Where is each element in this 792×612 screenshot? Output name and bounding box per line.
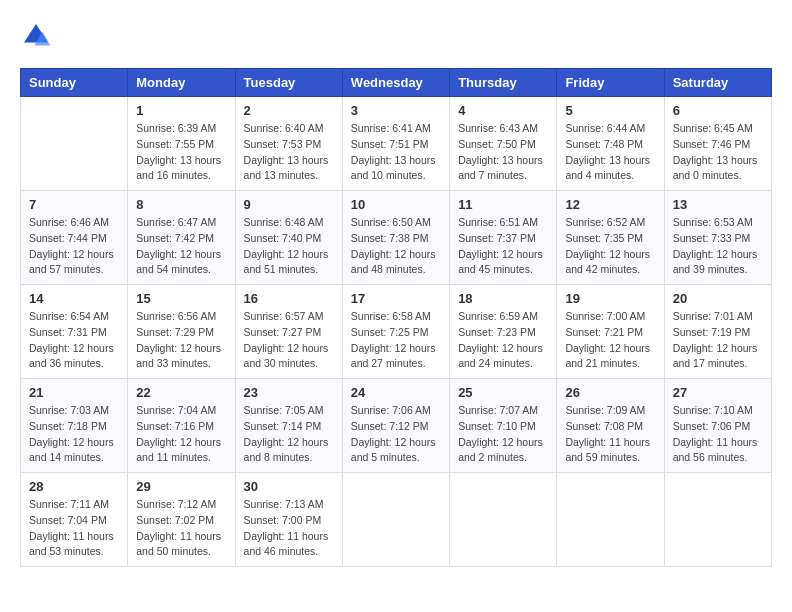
day-number: 27 (673, 385, 763, 400)
day-info: Sunrise: 6:40 AMSunset: 7:53 PMDaylight:… (244, 121, 334, 184)
day-number: 3 (351, 103, 441, 118)
page-header (20, 20, 772, 52)
day-info: Sunrise: 7:00 AMSunset: 7:21 PMDaylight:… (565, 309, 655, 372)
calendar-cell: 15Sunrise: 6:56 AMSunset: 7:29 PMDayligh… (128, 285, 235, 379)
day-info: Sunrise: 6:39 AMSunset: 7:55 PMDaylight:… (136, 121, 226, 184)
calendar-cell: 28Sunrise: 7:11 AMSunset: 7:04 PMDayligh… (21, 473, 128, 567)
day-info: Sunrise: 7:03 AMSunset: 7:18 PMDaylight:… (29, 403, 119, 466)
calendar-week-1: 1Sunrise: 6:39 AMSunset: 7:55 PMDaylight… (21, 97, 772, 191)
day-info: Sunrise: 7:12 AMSunset: 7:02 PMDaylight:… (136, 497, 226, 560)
calendar-cell: 3Sunrise: 6:41 AMSunset: 7:51 PMDaylight… (342, 97, 449, 191)
calendar-cell: 18Sunrise: 6:59 AMSunset: 7:23 PMDayligh… (450, 285, 557, 379)
day-number: 15 (136, 291, 226, 306)
day-number: 26 (565, 385, 655, 400)
calendar-cell: 4Sunrise: 6:43 AMSunset: 7:50 PMDaylight… (450, 97, 557, 191)
day-info: Sunrise: 7:04 AMSunset: 7:16 PMDaylight:… (136, 403, 226, 466)
day-number: 7 (29, 197, 119, 212)
calendar-week-4: 21Sunrise: 7:03 AMSunset: 7:18 PMDayligh… (21, 379, 772, 473)
logo-icon (20, 20, 52, 52)
day-info: Sunrise: 6:53 AMSunset: 7:33 PMDaylight:… (673, 215, 763, 278)
day-info: Sunrise: 6:52 AMSunset: 7:35 PMDaylight:… (565, 215, 655, 278)
day-number: 17 (351, 291, 441, 306)
day-info: Sunrise: 7:05 AMSunset: 7:14 PMDaylight:… (244, 403, 334, 466)
calendar-cell: 17Sunrise: 6:58 AMSunset: 7:25 PMDayligh… (342, 285, 449, 379)
calendar-cell: 1Sunrise: 6:39 AMSunset: 7:55 PMDaylight… (128, 97, 235, 191)
calendar-cell: 16Sunrise: 6:57 AMSunset: 7:27 PMDayligh… (235, 285, 342, 379)
day-number: 11 (458, 197, 548, 212)
calendar-cell: 9Sunrise: 6:48 AMSunset: 7:40 PMDaylight… (235, 191, 342, 285)
day-info: Sunrise: 6:58 AMSunset: 7:25 PMDaylight:… (351, 309, 441, 372)
day-number: 19 (565, 291, 655, 306)
calendar-cell: 19Sunrise: 7:00 AMSunset: 7:21 PMDayligh… (557, 285, 664, 379)
calendar-cell: 26Sunrise: 7:09 AMSunset: 7:08 PMDayligh… (557, 379, 664, 473)
day-number: 6 (673, 103, 763, 118)
day-number: 13 (673, 197, 763, 212)
day-info: Sunrise: 6:50 AMSunset: 7:38 PMDaylight:… (351, 215, 441, 278)
calendar-cell: 24Sunrise: 7:06 AMSunset: 7:12 PMDayligh… (342, 379, 449, 473)
calendar-cell (342, 473, 449, 567)
day-number: 20 (673, 291, 763, 306)
calendar-cell: 20Sunrise: 7:01 AMSunset: 7:19 PMDayligh… (664, 285, 771, 379)
day-info: Sunrise: 6:57 AMSunset: 7:27 PMDaylight:… (244, 309, 334, 372)
calendar-cell: 22Sunrise: 7:04 AMSunset: 7:16 PMDayligh… (128, 379, 235, 473)
calendar-cell: 8Sunrise: 6:47 AMSunset: 7:42 PMDaylight… (128, 191, 235, 285)
day-number: 5 (565, 103, 655, 118)
day-number: 23 (244, 385, 334, 400)
day-number: 28 (29, 479, 119, 494)
weekday-header-tuesday: Tuesday (235, 69, 342, 97)
day-info: Sunrise: 6:44 AMSunset: 7:48 PMDaylight:… (565, 121, 655, 184)
day-number: 22 (136, 385, 226, 400)
calendar-cell (450, 473, 557, 567)
calendar-cell: 25Sunrise: 7:07 AMSunset: 7:10 PMDayligh… (450, 379, 557, 473)
day-info: Sunrise: 7:11 AMSunset: 7:04 PMDaylight:… (29, 497, 119, 560)
day-number: 14 (29, 291, 119, 306)
calendar-cell: 12Sunrise: 6:52 AMSunset: 7:35 PMDayligh… (557, 191, 664, 285)
calendar-cell: 11Sunrise: 6:51 AMSunset: 7:37 PMDayligh… (450, 191, 557, 285)
calendar-cell: 14Sunrise: 6:54 AMSunset: 7:31 PMDayligh… (21, 285, 128, 379)
weekday-header-wednesday: Wednesday (342, 69, 449, 97)
day-info: Sunrise: 6:46 AMSunset: 7:44 PMDaylight:… (29, 215, 119, 278)
day-info: Sunrise: 6:59 AMSunset: 7:23 PMDaylight:… (458, 309, 548, 372)
day-number: 8 (136, 197, 226, 212)
day-info: Sunrise: 6:41 AMSunset: 7:51 PMDaylight:… (351, 121, 441, 184)
day-info: Sunrise: 6:45 AMSunset: 7:46 PMDaylight:… (673, 121, 763, 184)
day-number: 16 (244, 291, 334, 306)
day-number: 2 (244, 103, 334, 118)
calendar-header-row: SundayMondayTuesdayWednesdayThursdayFrid… (21, 69, 772, 97)
weekday-header-saturday: Saturday (664, 69, 771, 97)
day-info: Sunrise: 7:10 AMSunset: 7:06 PMDaylight:… (673, 403, 763, 466)
calendar-cell: 23Sunrise: 7:05 AMSunset: 7:14 PMDayligh… (235, 379, 342, 473)
calendar-cell: 30Sunrise: 7:13 AMSunset: 7:00 PMDayligh… (235, 473, 342, 567)
day-info: Sunrise: 6:48 AMSunset: 7:40 PMDaylight:… (244, 215, 334, 278)
day-info: Sunrise: 6:51 AMSunset: 7:37 PMDaylight:… (458, 215, 548, 278)
calendar-cell: 29Sunrise: 7:12 AMSunset: 7:02 PMDayligh… (128, 473, 235, 567)
day-number: 25 (458, 385, 548, 400)
day-info: Sunrise: 6:43 AMSunset: 7:50 PMDaylight:… (458, 121, 548, 184)
weekday-header-sunday: Sunday (21, 69, 128, 97)
day-info: Sunrise: 7:07 AMSunset: 7:10 PMDaylight:… (458, 403, 548, 466)
day-number: 1 (136, 103, 226, 118)
day-info: Sunrise: 6:56 AMSunset: 7:29 PMDaylight:… (136, 309, 226, 372)
day-info: Sunrise: 7:06 AMSunset: 7:12 PMDaylight:… (351, 403, 441, 466)
calendar-table: SundayMondayTuesdayWednesdayThursdayFrid… (20, 68, 772, 567)
calendar-cell (21, 97, 128, 191)
calendar-cell: 21Sunrise: 7:03 AMSunset: 7:18 PMDayligh… (21, 379, 128, 473)
calendar-week-5: 28Sunrise: 7:11 AMSunset: 7:04 PMDayligh… (21, 473, 772, 567)
calendar-cell: 10Sunrise: 6:50 AMSunset: 7:38 PMDayligh… (342, 191, 449, 285)
day-number: 4 (458, 103, 548, 118)
day-info: Sunrise: 7:09 AMSunset: 7:08 PMDaylight:… (565, 403, 655, 466)
calendar-week-3: 14Sunrise: 6:54 AMSunset: 7:31 PMDayligh… (21, 285, 772, 379)
weekday-header-friday: Friday (557, 69, 664, 97)
day-number: 9 (244, 197, 334, 212)
day-number: 30 (244, 479, 334, 494)
day-number: 21 (29, 385, 119, 400)
weekday-header-thursday: Thursday (450, 69, 557, 97)
calendar-cell: 5Sunrise: 6:44 AMSunset: 7:48 PMDaylight… (557, 97, 664, 191)
day-info: Sunrise: 7:01 AMSunset: 7:19 PMDaylight:… (673, 309, 763, 372)
day-info: Sunrise: 6:47 AMSunset: 7:42 PMDaylight:… (136, 215, 226, 278)
calendar-cell: 6Sunrise: 6:45 AMSunset: 7:46 PMDaylight… (664, 97, 771, 191)
calendar-cell: 13Sunrise: 6:53 AMSunset: 7:33 PMDayligh… (664, 191, 771, 285)
day-number: 12 (565, 197, 655, 212)
day-number: 29 (136, 479, 226, 494)
day-info: Sunrise: 7:13 AMSunset: 7:00 PMDaylight:… (244, 497, 334, 560)
